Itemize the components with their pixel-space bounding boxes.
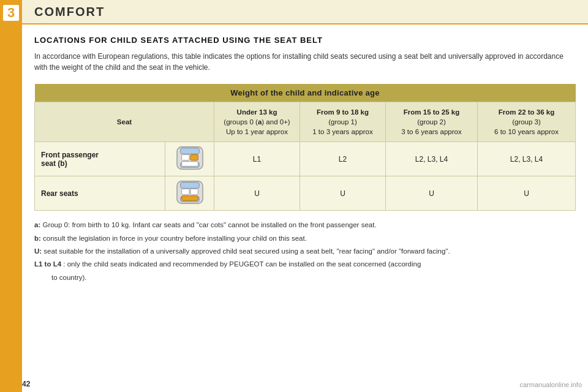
svg-rect-11 xyxy=(181,196,198,201)
svg-rect-10 xyxy=(181,189,189,195)
seat-image-rear xyxy=(165,176,214,211)
seat-label-rear: Rear seats xyxy=(35,176,165,211)
cell-front-15to25: L2, L3, L4 xyxy=(386,142,478,176)
svg-rect-4 xyxy=(181,155,189,161)
main-content: LOCATIONS FOR CHILD SEATS ATTACHED USING… xyxy=(22,26,588,374)
svg-rect-9 xyxy=(190,189,197,195)
page-number: 42 xyxy=(22,380,30,388)
cell-rear-under13: U xyxy=(214,176,300,211)
col-header-15to25: From 15 to 25 kg (group 2) 3 to 6 years … xyxy=(386,102,478,142)
svg-rect-5 xyxy=(181,162,198,167)
col-header-under13: Under 13 kg (groups 0 (a) and 0+) Up to … xyxy=(214,102,300,142)
note-l1l4: L1 to L4 : only the child seats indicate… xyxy=(34,258,576,270)
notes-section: a: Group 0: from birth to 10 kg. Infant … xyxy=(34,219,576,283)
cell-front-under13: L1 xyxy=(214,142,300,176)
intro-text: In accordance with European regulations,… xyxy=(34,51,576,73)
svg-rect-3 xyxy=(190,155,197,161)
header-bar: COMFORT xyxy=(22,0,588,24)
cell-front-22to36: L2, L3, L4 xyxy=(478,142,576,176)
col-header-9to18: From 9 to 18 kg (group 1) 1 to 3 years a… xyxy=(300,102,386,142)
col-header-seat: Seat xyxy=(35,102,214,142)
section-title: LOCATIONS FOR CHILD SEATS ATTACHED USING… xyxy=(34,36,576,45)
table-main-header: Weight of the child and indicative age xyxy=(35,84,576,102)
note-b: b: consult the legislation in force in y… xyxy=(34,233,576,244)
table-main-header-row: Weight of the child and indicative age xyxy=(35,84,576,102)
cell-rear-9to18: U xyxy=(300,176,386,211)
table-col-header-row: Seat Under 13 kg (groups 0 (a) and 0+) U… xyxy=(35,102,576,142)
cell-rear-22to36: U xyxy=(478,176,576,211)
watermark: carmanualonline.info xyxy=(519,381,582,388)
cell-rear-15to25: U xyxy=(386,176,478,211)
svg-rect-1 xyxy=(180,148,199,154)
note-a: a: Group 0: from birth to 10 kg. Infant … xyxy=(34,219,576,230)
seat-image-front xyxy=(165,142,214,176)
table-row: Rear seats U U U xyxy=(35,176,576,211)
cell-front-9to18: L2 xyxy=(300,142,386,176)
chapter-number: 3 xyxy=(3,5,19,21)
note-u: U: seat suitable for the installation of… xyxy=(34,246,576,257)
sidebar: 3 xyxy=(0,0,22,392)
col-header-22to36: From 22 to 36 kg (group 3) 6 to 10 years… xyxy=(478,102,576,142)
child-seats-table: Weight of the child and indicative age S… xyxy=(34,84,576,211)
page-title: COMFORT xyxy=(34,5,105,19)
seat-label-front: Front passengerseat (b) xyxy=(35,142,165,176)
svg-rect-7 xyxy=(180,183,199,189)
table-row: Front passengerseat (b) xyxy=(35,142,576,176)
note-l1l4-continued: to country). xyxy=(34,272,576,283)
